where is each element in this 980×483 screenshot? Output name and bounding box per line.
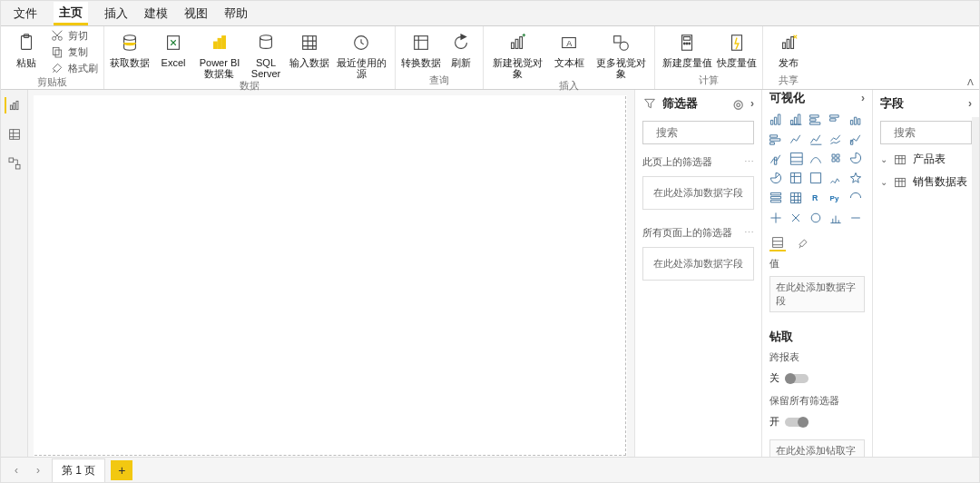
viz-100-hbar[interactable] — [768, 130, 784, 146]
viz-filled-map[interactable] — [808, 170, 824, 186]
svg-rect-42 — [896, 155, 906, 163]
copy-button[interactable]: 复制 — [50, 44, 98, 59]
refresh-button[interactable]: 刷新 — [445, 28, 477, 74]
viz-clustered-hbar[interactable] — [828, 110, 844, 126]
recent-sources-button[interactable]: 最近使用的源 — [333, 28, 389, 79]
svg-point-6 — [124, 35, 136, 41]
model-view-button[interactable] — [6, 155, 23, 172]
viz-table[interactable] — [768, 190, 784, 206]
viz-key-influencers[interactable] — [828, 210, 844, 226]
tab-insert[interactable]: 插入 — [104, 2, 128, 25]
tab-help[interactable]: 帮助 — [224, 2, 248, 25]
viz-stacked-bar[interactable] — [768, 110, 784, 126]
viz-stacked-area[interactable] — [828, 130, 844, 146]
page-filters-more[interactable]: ⋯ — [744, 156, 754, 168]
viz-py-visual[interactable]: Py — [828, 190, 844, 206]
all-pages-filters-dropzone[interactable]: 在此处添加数据字段 — [642, 247, 754, 281]
fields-collapse-button[interactable]: › — [968, 97, 972, 110]
viz-scatter[interactable] — [828, 170, 844, 186]
cut-button[interactable]: 剪切 — [50, 28, 98, 43]
prev-page-button[interactable]: ‹ — [8, 462, 24, 478]
fields-table-0[interactable]: ⌄ 产品表 — [873, 148, 979, 171]
viz-more[interactable] — [848, 210, 864, 226]
grid-icon — [297, 30, 322, 55]
values-dropzone[interactable]: 在此处添加数据字段 — [769, 276, 865, 312]
new-measure-button[interactable]: 新建度量值 — [661, 28, 713, 74]
svg-rect-5 — [55, 50, 62, 57]
viz-pie[interactable] — [848, 150, 864, 166]
fields-scrollbar[interactable] — [972, 117, 979, 457]
viz-collapse-button[interactable]: › — [861, 92, 865, 104]
viz-combo2[interactable] — [768, 150, 784, 166]
next-page-button[interactable]: › — [30, 462, 46, 478]
table-icon — [893, 175, 907, 190]
main-area: 筛选器 ◎ › 此页上的筛选器 ⋯ 在此处添加数据字段 所有页面上的筛选器 ⋯ … — [1, 90, 979, 457]
all-pages-filters-more[interactable]: ⋯ — [744, 227, 754, 239]
viz-combo1[interactable] — [848, 130, 864, 146]
viz-slicer[interactable] — [808, 210, 824, 226]
viz-r-visual[interactable]: R — [808, 190, 824, 206]
filters-search[interactable] — [642, 121, 754, 144]
viz-fields-tab[interactable] — [769, 235, 786, 251]
cross-report-label: 跨报表 — [769, 350, 799, 364]
textbox-button[interactable]: A 文本框 — [549, 28, 589, 79]
add-page-button[interactable]: + — [111, 460, 132, 480]
more-visuals-button[interactable]: 更多视觉对象 — [593, 28, 649, 79]
svg-rect-32 — [13, 103, 15, 109]
viz-treemap[interactable] — [828, 150, 844, 166]
viz-waterfall[interactable] — [808, 150, 824, 166]
svg-rect-16 — [515, 39, 518, 48]
filters-panel: 筛选器 ◎ › 此页上的筛选器 ⋯ 在此处添加数据字段 所有页面上的筛选器 ⋯ … — [634, 90, 761, 457]
viz-matrix[interactable] — [788, 190, 804, 206]
eye-icon[interactable]: ◎ — [733, 97, 743, 111]
quick-measure-button[interactable]: 快度量值 — [717, 28, 757, 74]
viz-ribbon[interactable] — [788, 150, 804, 166]
get-data-button[interactable]: 获取数据 — [110, 28, 150, 79]
ribbon: 粘贴 剪切 复制 格式刷 剪贴板 — [1, 26, 979, 90]
excel-button[interactable]: Excel — [153, 28, 193, 79]
report-view-button[interactable] — [6, 97, 23, 113]
refresh-icon — [448, 30, 474, 55]
funnel-icon — [642, 96, 657, 111]
viz-card[interactable] — [768, 210, 784, 226]
keep-all-filters-toggle[interactable]: 开 — [762, 411, 872, 432]
report-canvas[interactable] — [34, 95, 627, 457]
viz-kpi[interactable] — [788, 210, 804, 226]
publish-button[interactable]: 发布 — [769, 28, 808, 74]
group-label-clipboard: 剪贴板 — [37, 75, 67, 91]
powerbi-dataset-button[interactable]: Power BI 数据集 — [197, 28, 242, 79]
svg-rect-28 — [783, 43, 786, 48]
viz-map[interactable] — [788, 170, 804, 186]
page-tab-1[interactable]: 第 1 页 — [52, 458, 105, 482]
chevron-down-icon: ⌄ — [880, 154, 887, 164]
viz-donut[interactable] — [768, 170, 784, 186]
viz-funnel[interactable] — [848, 170, 864, 186]
viz-clustered-bar[interactable] — [788, 110, 804, 126]
format-painter-button[interactable]: 格式刷 — [50, 61, 98, 75]
viz-format-tab[interactable] — [795, 235, 811, 251]
paste-button[interactable]: 粘贴 — [6, 28, 46, 75]
filters-collapse-button[interactable]: › — [750, 97, 754, 110]
tab-model[interactable]: 建模 — [144, 2, 168, 25]
tab-view[interactable]: 视图 — [184, 2, 208, 25]
fields-table-1[interactable]: ⌄ 销售数据表 — [873, 171, 979, 193]
svg-rect-29 — [787, 39, 789, 48]
page-filters-dropzone[interactable]: 在此处添加数据字段 — [642, 176, 754, 210]
cross-report-toggle[interactable]: 关 — [762, 368, 872, 389]
tab-home[interactable]: 主页 — [54, 2, 88, 25]
fields-search[interactable] — [880, 121, 972, 144]
viz-area[interactable] — [808, 130, 824, 146]
transform-data-button[interactable]: 转换数据 — [401, 28, 441, 74]
ribbon-collapse-button[interactable]: ᐱ — [967, 77, 974, 87]
data-view-button[interactable] — [6, 126, 23, 143]
viz-line[interactable] — [788, 130, 804, 146]
fields-search-input[interactable] — [892, 125, 980, 140]
tab-file[interactable]: 文件 — [14, 2, 37, 25]
viz-gauge[interactable] — [848, 190, 864, 206]
chart-icon — [505, 30, 530, 55]
sql-server-button[interactable]: SQL Server — [246, 28, 286, 79]
viz-100-bar[interactable] — [848, 110, 864, 126]
new-visual-button[interactable]: 新建视觉对象 — [489, 28, 545, 79]
enter-data-button[interactable]: 输入数据 — [289, 28, 329, 79]
viz-stacked-hbar[interactable] — [808, 110, 824, 126]
